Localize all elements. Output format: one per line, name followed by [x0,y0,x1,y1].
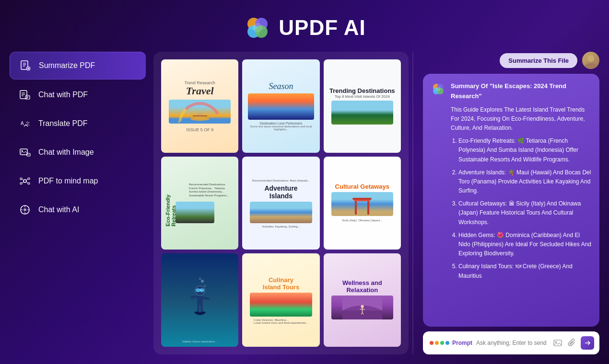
svg-point-49 [199,278,201,280]
chat-image-icon [18,146,32,159]
eco-title: Eco-Friendly Retreats [165,180,176,226]
wellness-image [331,296,393,319]
eco-text: Recommended Destinations: French Polynes… [176,181,235,200]
summary-item-4: Hidden Gems: 🌺 Dominica (Caribbean) And … [458,231,592,259]
svg-line-30 [22,179,23,180]
prompt-dots [430,341,449,345]
sidebar-label-translate-pdf: Translate PDF [38,119,88,128]
sidebar-label-chat-image: Chat with Image [38,148,94,157]
svg-line-32 [22,182,23,183]
summary-intro: This Guide Explores The Latest Island Tr… [451,105,592,133]
svg-point-29 [28,182,30,184]
culinary-text: Crete (Greece), Mauritius... Local cuisi… [250,318,312,324]
svg-rect-58 [200,304,203,313]
adv-text-top: Recommended Destinations: Maui (Hawaii).… [248,177,314,185]
sidebar-label-summarize-pdf: Summarize PDF [39,61,95,70]
adv-text-bottom: Activities: Kayaking, Surfing... [258,225,304,229]
svg-point-25 [23,180,26,182]
pdf-page-7[interactable]: Hidden Gems exploration... [161,253,238,347]
svg-point-26 [20,178,22,180]
sidebar: Summarize PDF Chat with PDF A [10,52,153,354]
summary-item-1: Eco-Friendly Retreats: 🌿 Tetiaroa (Frenc… [458,136,592,164]
pdf-page-1-content: Trend Research Travel ISSUE 5 OF 9 [161,59,238,153]
sidebar-item-chat-with-ai[interactable]: Chat with AI [10,196,146,223]
svg-line-31 [26,179,28,180]
document-list-icon [19,59,32,72]
summarize-file-button[interactable]: Summarize This File [500,53,577,68]
svg-text:文: 文 [25,121,30,126]
prompt-label-text: Prompt [452,340,472,346]
svg-point-28 [20,182,22,184]
sidebar-label-mind-map: PDF to mind map [38,177,98,185]
pdf-page-6-content: Cultural Getaways Sicily (Italy), Okinaw… [324,157,401,250]
ai-response-logo [431,81,446,97]
user-avatar [582,52,599,69]
eco-image [176,202,214,223]
sidebar-item-summarize-pdf[interactable]: Summarize PDF [10,52,146,80]
send-button[interactable] [581,336,594,350]
svg-point-63 [361,305,363,307]
pdf-page-7-content: Hidden Gems exploration... [161,253,238,347]
svg-rect-46 [367,201,369,215]
dot-2 [435,341,439,345]
svg-point-48 [204,285,206,287]
ai-top-bar: Summarize This File [423,52,599,69]
travel-image [169,100,231,124]
pdf-page-2-content: Season Destination Love Performers Some … [242,59,319,153]
culinary-title: CulinaryIsland Tours [263,276,299,291]
sidebar-item-pdf-mind-map[interactable]: PDF to mind map [10,168,146,194]
cultural-text: Sicily (Italy), Okinawa (Japan)... [338,218,386,224]
pdf-grid: Trend Research Travel ISSUE 5 OF 9 [161,59,401,347]
pdf-page-5[interactable]: Recommended Destinations: Maui (Hawaii).… [242,157,319,250]
pdf-page-5-content: Recommended Destinations: Maui (Hawaii).… [242,157,319,250]
svg-rect-56 [202,296,210,300]
trending-subtitle: Top 8 Most-Visit Islands Of 2024 [335,94,390,99]
svg-point-76 [555,341,557,343]
pdf-page-2[interactable]: Season Destination Love Performers Some … [242,59,319,153]
dot-3 [440,341,444,345]
pdf-page-1[interactable]: Trend Research Travel ISSUE 5 OF 9 [161,59,238,153]
travel-title: Travel [186,85,214,97]
pdf-page-8[interactable]: CulinaryIsland Tours Crete (Greece), Mau… [242,253,319,347]
pdf-page-6[interactable]: Cultural Getaways Sicily (Italy), Okinaw… [324,157,401,250]
svg-point-40 [190,117,210,121]
svg-point-27 [28,178,30,180]
attachment-icon[interactable] [566,337,578,349]
pdf-page-9[interactable]: Wellness andRelaxation [324,253,401,347]
prompt-label: Prompt [430,340,472,346]
sidebar-item-chat-with-pdf[interactable]: Chat with PDF [10,81,146,108]
prompt-toolbar [552,336,594,350]
svg-rect-21 [20,149,27,155]
sidebar-item-translate-pdf[interactable]: A 文 Translate PDF [10,110,146,137]
ai-panel: Summarize This File Summary Of "Isle Esc… [417,52,599,354]
dot-1 [430,341,433,345]
wellness-title: Wellness andRelaxation [342,279,382,294]
image-upload-icon[interactable] [552,337,563,349]
season-text: Destination Love Performers [256,122,306,125]
travel-issue: ISSUE 5 OF 9 [186,127,213,132]
pdf-page-8-content: CulinaryIsland Tours Crete (Greece), Mau… [242,253,319,347]
cultural-image [331,192,393,216]
trending-title: Trending Destinations [326,87,399,94]
app-title: UPDF AI [279,16,365,40]
chat-pdf-icon [18,88,32,102]
svg-rect-43 [352,198,372,200]
prompt-input[interactable] [476,340,548,346]
trending-image [331,101,393,125]
pdf-page-3[interactable]: Trending Destinations Top 8 Most-Visit I… [324,59,401,153]
sidebar-label-chat-pdf: Chat with PDF [38,91,88,99]
pdf-page-4[interactable]: Eco-Friendly Retreats Recommended Destin… [161,157,238,250]
main-layout: Summarize PDF Chat with PDF A [0,52,609,354]
svg-point-35 [23,208,26,211]
pdf-page-9-content: Wellness andRelaxation [324,253,401,347]
sidebar-label-chat-ai: Chat with AI [38,205,79,214]
ai-response-text: Summary Of "Isle Escapes: 2024 Trend Res… [451,81,592,319]
summary-item-5: Culinary Island Tours: 🍽 Crete (Greece) … [458,262,592,280]
adventure-image [250,202,312,223]
summary-title: Summary Of "Isle Escapes: 2024 Trend Res… [451,81,592,102]
svg-point-74 [436,87,441,91]
sidebar-item-chat-with-image[interactable]: Chat with Image [10,139,146,166]
prompt-area: Prompt [423,331,599,354]
season-title: Season [269,81,293,91]
svg-line-33 [26,182,28,183]
